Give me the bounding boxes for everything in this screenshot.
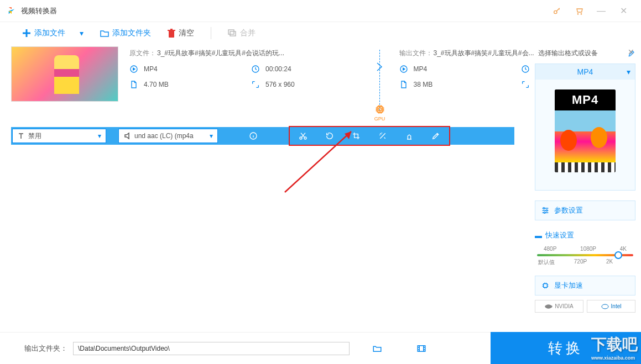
format-label: MP4 — [577, 67, 593, 76]
source-resolution: 576 x 960 — [265, 81, 295, 88]
rotate-button[interactable] — [316, 127, 343, 145]
svg-rect-17 — [544, 284, 548, 288]
arrow-divider: GPU — [372, 44, 388, 127]
quick-settings: ▬快速设置 480P 1080P 4K 默认值 720P 2K — [535, 230, 635, 268]
sidebar: 选择输出格式或设备 MP4▾ MP4 参数设置 ▬快速设置 480P 1080P… — [535, 49, 635, 313]
add-folder-label: 添加文件夹 — [112, 28, 151, 38]
folder-icon — [100, 29, 109, 37]
effect-button[interactable] — [369, 127, 396, 145]
source-column: 原文件：3_#玩具故事#搞笑#儿童玩具#会说话的玩... MP4 00:00:2… — [118, 44, 372, 127]
chevron-right-icon — [376, 62, 384, 72]
cart-button[interactable] — [568, 0, 590, 22]
svg-point-18 — [602, 304, 608, 309]
intel-chip[interactable]: Intel — [587, 300, 635, 313]
svg-point-1 — [577, 13, 578, 14]
dropdown-icon[interactable]: ▾ — [80, 29, 84, 38]
subtitle-dropdown[interactable]: 禁用 ▾ — [12, 129, 106, 143]
text-icon — [17, 132, 25, 140]
clear-button[interactable]: 清空 — [168, 28, 194, 38]
svg-point-14 — [543, 208, 545, 209]
add-file-button[interactable]: 添加文件 ▾ — [22, 28, 84, 38]
convert-button[interactable]: 转换 — [491, 332, 641, 364]
gpu-accel-label: 显卡加速 — [554, 281, 583, 291]
gpu-accel-button[interactable]: 显卡加速 — [535, 276, 635, 296]
speaker-icon — [123, 132, 131, 140]
app-title: 视频转换器 — [21, 6, 57, 16]
intel-icon — [601, 304, 609, 309]
svg-rect-19 — [418, 345, 425, 351]
audio-dropdown[interactable]: und aac (LC) (mp4a ▾ — [118, 129, 218, 143]
plus-icon — [22, 29, 31, 38]
chip-icon — [541, 281, 550, 290]
close-button[interactable]: ✕ — [612, 0, 634, 22]
nvidia-icon — [545, 304, 553, 309]
sliders-icon — [541, 206, 550, 215]
add-folder-button[interactable]: 添加文件夹 — [100, 28, 151, 38]
merge-button[interactable]: 合并 — [228, 28, 256, 38]
output-path-input[interactable] — [73, 342, 350, 355]
bottom-bar: 输出文件夹： 转换 — [0, 332, 641, 364]
output-size: 38 MB — [414, 81, 433, 88]
trash-icon — [168, 29, 175, 38]
resolution-icon — [521, 80, 530, 89]
clock-icon — [251, 65, 260, 73]
source-label: 原文件： — [129, 49, 156, 58]
video-thumbnail[interactable] — [11, 46, 118, 102]
svg-rect-4 — [230, 31, 236, 36]
open-folder-button[interactable] — [372, 344, 383, 354]
svg-rect-8 — [378, 108, 381, 111]
minimize-button[interactable]: — — [590, 0, 612, 22]
quick-label: 快速设置 — [545, 230, 574, 240]
svg-rect-7 — [377, 107, 383, 112]
output-label: 输出文件： — [399, 49, 432, 58]
source-size: 4.70 MB — [144, 81, 169, 88]
titlebar: 视频转换器 — ✕ — [0, 0, 641, 22]
gpu-badge: GPU — [374, 104, 385, 122]
key-button[interactable] — [546, 0, 568, 22]
clear-label: 清空 — [179, 28, 194, 38]
cut-button[interactable] — [290, 127, 316, 145]
merge-label: 合并 — [240, 28, 256, 38]
svg-point-15 — [546, 210, 548, 212]
format-icon — [399, 65, 408, 73]
subtitle-button[interactable] — [423, 127, 449, 145]
params-button[interactable]: 参数设置 — [535, 201, 635, 220]
output-format: MP4 — [414, 65, 428, 73]
svg-point-0 — [554, 10, 557, 13]
format-selector[interactable]: MP4▾ MP4 — [535, 64, 635, 191]
merge-icon — [228, 29, 237, 37]
chevron-down-icon: ▾ — [627, 67, 630, 76]
resolution-slider[interactable]: 480P 1080P 4K 默认值 720P 2K — [537, 246, 633, 268]
sidebar-heading: 选择输出格式或设备 — [535, 49, 635, 58]
file-icon — [129, 80, 138, 89]
info-button[interactable] — [240, 127, 267, 145]
output-filename: 3_#玩具故事#搞笑#儿童玩具#会... — [434, 49, 534, 58]
film-button[interactable] — [416, 344, 427, 354]
source-duration: 00:00:24 — [265, 65, 291, 73]
format-preview-icon: MP4 — [555, 89, 616, 172]
edit-toolbar: 禁用 ▾ und aac (LC) (mp4a ▾ — [11, 127, 514, 145]
subtitle-value: 禁用 — [28, 131, 41, 141]
audio-value: und aac (LC) (mp4a — [134, 132, 194, 140]
resolution-icon — [251, 80, 260, 89]
format-icon — [129, 65, 138, 73]
svg-rect-3 — [228, 30, 234, 34]
source-filename: 3_#玩具故事#搞笑#儿童玩具#会说话的玩... — [157, 49, 284, 58]
svg-point-2 — [581, 13, 581, 14]
output-folder-label: 输出文件夹： — [24, 344, 67, 354]
svg-point-16 — [544, 212, 545, 214]
gpu-section: 显卡加速 NVIDIA Intel — [535, 276, 635, 313]
add-file-label: 添加文件 — [34, 28, 65, 38]
params-label: 参数设置 — [554, 205, 583, 215]
nvidia-chip[interactable]: NVIDIA — [535, 300, 583, 313]
gpu-label: GPU — [374, 116, 385, 122]
divider — [211, 27, 211, 39]
slider-knob[interactable] — [614, 251, 622, 259]
main-toolbar: 添加文件 ▾ 添加文件夹 清空 合并 — [0, 22, 641, 44]
source-format: MP4 — [144, 65, 158, 73]
watermark-button[interactable] — [396, 127, 423, 145]
clock-icon — [521, 65, 530, 73]
chevron-down-icon: ▾ — [98, 132, 101, 140]
crop-button[interactable] — [343, 127, 369, 145]
app-logo-icon — [7, 6, 17, 16]
